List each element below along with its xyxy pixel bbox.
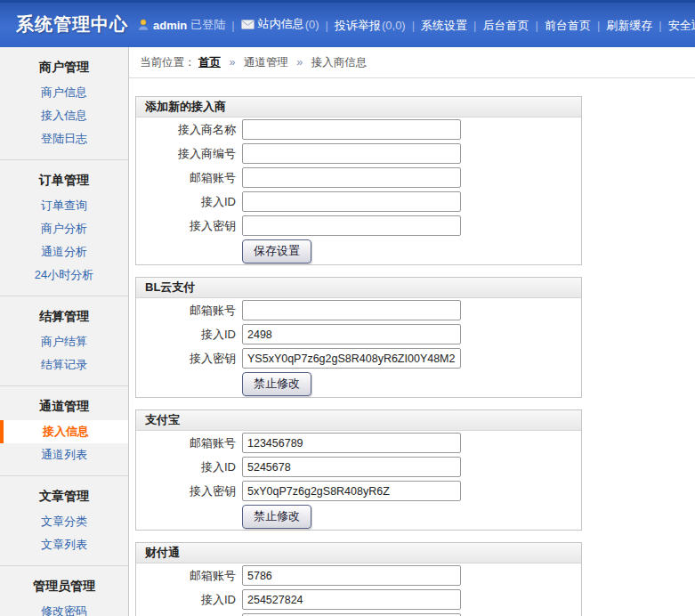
breadcrumb-prefix: 当前位置：	[140, 56, 196, 69]
breadcrumb: 当前位置： 首页 » 通道管理 » 接入商信息	[129, 47, 695, 78]
field-label: 接入ID	[136, 327, 242, 343]
sidebar-item[interactable]: 文章列表	[0, 533, 128, 556]
top-nav-link[interactable]: 投诉举报(0,0)	[335, 18, 406, 34]
user-info: admin 已登陆	[137, 17, 225, 33]
layout: 商户管理商户信息接入信息登陆日志订单管理订单查询商户分析通道分析24小时分析结算…	[0, 47, 695, 616]
form-section: 添加新的接入商接入商名称接入商编号邮箱账号接入ID接入密钥保存设置	[135, 96, 582, 265]
field-input[interactable]	[242, 191, 461, 212]
nav-separator: |	[659, 19, 661, 32]
sidebar-section-title: 结算管理	[0, 302, 128, 330]
field-label: 邮箱账号	[136, 435, 242, 451]
top-nav-link-label: 系统设置	[421, 18, 467, 34]
sidebar-item[interactable]: 通道分析	[0, 240, 128, 263]
form-section-title: 支付宝	[136, 410, 581, 431]
user-icon	[137, 19, 150, 31]
field-input[interactable]	[242, 589, 461, 610]
form-row: 邮箱账号	[136, 166, 581, 190]
sidebar-item[interactable]: 订单查询	[0, 194, 128, 217]
app-root: 系统管理中心 admin 已登陆 |站内信息(0)|投诉举报(0,0)|系统设置…	[0, 0, 695, 616]
form-row: 接入ID	[136, 588, 581, 612]
field-input[interactable]	[242, 324, 461, 344]
form-row: 接入密钥	[136, 479, 581, 503]
sidebar-item[interactable]: 商户信息	[0, 81, 128, 104]
top-nav-link[interactable]: 后台首页	[482, 18, 529, 34]
top-nav-link[interactable]: 前台首页	[545, 18, 591, 34]
sidebar-item[interactable]: 修改密码	[0, 600, 128, 616]
form-section-title: 添加新的接入商	[136, 97, 581, 118]
field-input[interactable]	[242, 143, 461, 164]
top-nav: admin 已登陆 |站内信息(0)|投诉举报(0,0)|系统设置|后台首页|前…	[137, 16, 695, 34]
login-status: 已登陆	[190, 17, 225, 33]
nav-separator: |	[473, 19, 476, 32]
breadcrumb-separator: »	[226, 56, 238, 69]
sidebar-section: 商户管理商户信息接入信息登陆日志	[0, 47, 128, 160]
field-input[interactable]	[242, 300, 461, 320]
field-input[interactable]	[242, 119, 461, 140]
sidebar-item-active[interactable]: 接入信息	[0, 420, 128, 443]
forbid-edit-button[interactable]: 禁止修改	[242, 372, 311, 396]
sidebar-item[interactable]: 商户分析	[0, 217, 128, 240]
top-nav-link[interactable]: 安全退出	[668, 18, 695, 34]
form-row: 邮箱账号	[136, 431, 581, 455]
sidebar-section-title: 商户管理	[0, 53, 128, 81]
field-label: 接入商名称	[136, 122, 242, 138]
field-label: 接入商编号	[136, 146, 242, 162]
field-input[interactable]	[242, 348, 461, 369]
field-input[interactable]	[242, 215, 461, 236]
field-input[interactable]	[242, 433, 461, 453]
form-section: 财付通邮箱账号接入ID接入密钥禁止修改	[135, 542, 582, 616]
sidebar-item[interactable]: 24小时分析	[0, 263, 128, 287]
sidebar-section: 通道管理接入信息通道列表	[0, 386, 128, 476]
field-label: 接入密钥	[136, 218, 242, 234]
field-label: 邮箱账号	[136, 568, 242, 584]
breadcrumb-separator: »	[294, 56, 306, 69]
sidebar-section: 文章管理文章分类文章列表	[0, 476, 128, 566]
top-nav-link[interactable]: 系统设置	[421, 18, 467, 34]
field-input[interactable]	[242, 457, 461, 477]
form-row: 接入商编号	[136, 142, 581, 166]
sidebar-section-title: 管理员管理	[0, 571, 128, 600]
form-row: 接入ID	[136, 190, 581, 214]
top-nav-link-count: (0,0)	[382, 19, 406, 32]
form-section-title: BL云支付	[136, 278, 581, 298]
field-input[interactable]	[242, 481, 461, 501]
sidebar-item[interactable]: 通道列表	[0, 443, 128, 466]
username: admin	[153, 19, 187, 32]
save-settings-button[interactable]: 保存设置	[242, 239, 311, 263]
breadcrumb-item: 接入商信息	[311, 56, 368, 69]
sidebar-item[interactable]: 登陆日志	[0, 127, 128, 150]
form-button-row: 保存设置	[136, 238, 581, 264]
form-row: 接入ID	[136, 455, 581, 479]
sidebar-item[interactable]: 商户结算	[0, 330, 128, 353]
sidebar-section-title: 通道管理	[0, 392, 128, 420]
field-label: 邮箱账号	[136, 170, 242, 186]
sidebar-section: 管理员管理修改密码管理员列表登陆日志	[0, 566, 128, 616]
sidebar-section: 结算管理商户结算结算记录	[0, 296, 128, 386]
form-row: 接入密钥	[136, 214, 581, 238]
form-row: 接入ID	[136, 322, 581, 346]
form-row: 接入密钥	[136, 612, 581, 616]
top-nav-link-label: 后台首页	[482, 18, 529, 34]
form-button-row: 禁止修改	[136, 370, 581, 397]
field-label: 邮箱账号	[136, 303, 242, 319]
top-nav-link-label: 安全退出	[668, 18, 695, 34]
top-nav-link-label: 站内信息	[258, 16, 304, 32]
field-input[interactable]	[242, 167, 461, 188]
sidebar-item[interactable]: 结算记录	[0, 353, 128, 377]
nav-separator: |	[412, 19, 415, 32]
form-section: BL云支付邮箱账号接入ID接入密钥禁止修改	[135, 277, 582, 398]
field-input[interactable]	[242, 565, 461, 586]
field-label: 接入ID	[136, 459, 242, 475]
breadcrumb-home-link[interactable]: 首页	[198, 56, 221, 69]
top-nav-link[interactable]: 站内信息(0)	[241, 16, 319, 32]
envelope-icon	[241, 20, 255, 29]
top-nav-link[interactable]: 刷新缓存	[606, 18, 652, 34]
sidebar-item[interactable]: 接入信息	[0, 104, 128, 127]
form-row: 接入密钥	[136, 346, 581, 370]
sidebar-item[interactable]: 文章分类	[0, 510, 128, 533]
form-section-title: 财付通	[136, 543, 581, 563]
nav-separator: |	[231, 19, 234, 32]
forbid-edit-button[interactable]: 禁止修改	[242, 505, 311, 529]
top-nav-link-label: 前台首页	[545, 18, 591, 34]
nav-separator: |	[535, 19, 537, 32]
